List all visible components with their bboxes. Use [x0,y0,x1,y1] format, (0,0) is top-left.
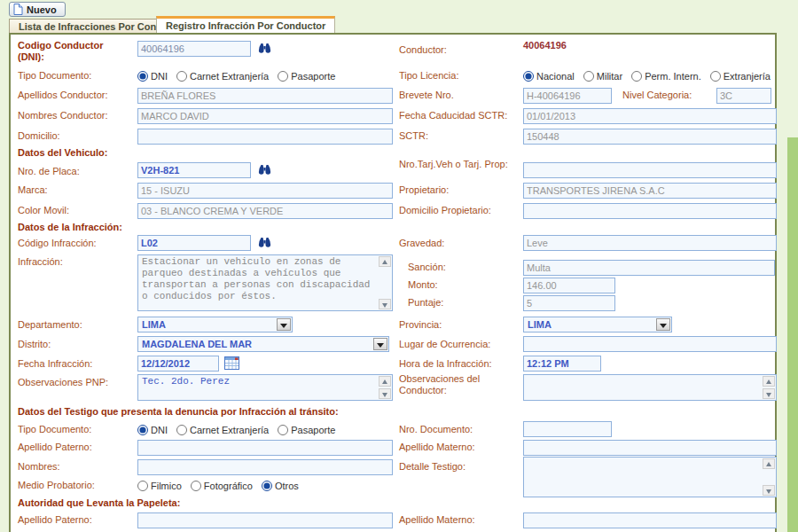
scroll-up-icon[interactable] [763,458,775,469]
scroll-up-icon[interactable] [763,376,775,387]
observaciones-pnp-textarea[interactable]: Tec. 2do. Perez [137,374,393,401]
radio-dni[interactable]: DNI [137,71,168,82]
testigo-apellido-materno-input[interactable] [523,440,777,456]
sancion-input[interactable] [523,260,775,276]
lugar-ocurrencia-input[interactable] [523,336,777,352]
calendar-icon[interactable] [224,356,239,370]
nuevo-button-label: Nuevo [27,4,57,15]
radio-testigo-pasaporte[interactable]: Pasaporte [278,425,335,435]
domicilio-input[interactable] [137,129,393,145]
testigo-apellido-paterno-label: Apellido Paterno: [18,442,92,453]
domicilio-propietario-label: Domicilio Propietario: [399,205,491,216]
radio-fotografico-input[interactable] [191,481,201,491]
radio-militar-input[interactable] [583,71,594,82]
tipo-documento-label: Tipo Documento: [18,70,91,82]
radio-carnet-extranjeria[interactable]: Carnet Extranjería [176,71,269,82]
radio-testigo-carnet[interactable]: Carnet Extranjería [176,425,269,435]
scroll-down-icon[interactable] [763,388,775,399]
fecha-caducidad-label: Fecha Caducidad SCTR: [399,110,507,121]
color-movil-input[interactable] [137,203,393,219]
lugar-ocurrencia-label: Lugar de Ocurrencia: [399,339,490,350]
radio-extranjeria-input[interactable] [710,71,721,82]
radio-pasaporte[interactable]: Pasaporte [278,71,335,82]
radio-testigo-carnet-input[interactable] [176,425,187,435]
infraccion-textarea[interactable]: Estacionar un vehiculo en zonas de parqu… [137,254,393,311]
radio-militar[interactable]: Militar [583,71,622,82]
radio-fotografico[interactable]: Fotográfico [191,481,253,491]
autoridad-apellido-paterno-input[interactable] [137,512,393,528]
scroll-down-icon[interactable] [763,485,775,496]
radio-testigo-dni-input[interactable] [137,425,148,435]
search-binoculars-icon[interactable] [257,237,272,249]
radio-otros[interactable]: Otros [262,481,299,491]
marca-input[interactable] [137,183,393,199]
detalle-testigo-text [528,458,760,496]
dropdown-arrow-icon[interactable] [373,338,387,350]
apellidos-conductor-input[interactable] [137,88,393,104]
nivel-categoria-input[interactable] [716,88,771,104]
monto-input[interactable] [523,278,615,293]
registro-infraccion-form: Codigo Conductor (DNI): Conductor: 40064… [9,33,777,532]
vehiculo-section-header: Datos del Vehiculo: [18,147,107,159]
radio-nacional-input[interactable] [523,71,534,82]
sctr-input[interactable] [523,129,777,145]
hora-infraccion-input[interactable] [523,356,601,372]
fecha-caducidad-input[interactable] [523,108,777,124]
radio-pasaporte-input[interactable] [278,71,288,82]
tarjeta-input[interactable] [523,162,777,178]
testigo-nombres-label: Nombres: [18,461,60,473]
radio-otros-input[interactable] [262,481,272,491]
nombres-conductor-input[interactable] [137,108,393,124]
codigo-infraccion-input[interactable] [137,235,251,251]
radio-testigo-dni[interactable]: DNI [137,425,168,435]
hora-infraccion-label: Hora de la Infracción: [399,358,492,370]
dropdown-arrow-icon[interactable] [277,318,291,331]
testigo-nombres-input[interactable] [137,459,393,475]
codigo-conductor-input[interactable] [137,41,251,57]
gravedad-input[interactable] [523,235,777,251]
propietario-input[interactable] [523,183,777,199]
scroll-up-icon[interactable] [379,376,391,387]
scroll-down-icon[interactable] [379,388,391,399]
placa-input[interactable] [137,162,251,178]
nro-documento-input[interactable] [523,421,612,437]
brevete-input[interactable] [523,88,612,104]
dropdown-arrow-icon[interactable] [656,318,670,331]
nuevo-button[interactable]: Nuevo [9,2,66,17]
radio-perm-intern[interactable]: Perm. Intern. [631,71,701,82]
radio-filmico-input[interactable] [137,481,148,491]
radio-extranjeria[interactable]: Extranjería [710,71,771,82]
observaciones-pnp-text: Tec. 2do. Perez [142,376,376,399]
testigo-apellido-paterno-input[interactable] [137,440,393,456]
tipo-licencia-label: Tipo Licencia: [399,70,458,82]
testigo-apellido-materno-label: Apellido Materno: [399,442,475,453]
propietario-label: Propietario: [399,184,449,196]
autoridad-apellido-materno-input[interactable] [523,512,777,528]
radio-testigo-pasaporte-input[interactable] [278,425,288,435]
medio-probatorio-radiogroup: Filmico Fotográfico Otros [137,479,299,492]
search-binoculars-icon[interactable] [257,164,272,176]
radio-nacional[interactable]: Nacional [523,71,575,82]
conductor-label: Conductor: [399,44,447,56]
brevete-label: Brevete Nro. [399,90,454,101]
testigo-tipo-documento-radiogroup: DNI Carnet Extranjería Pasaporte [137,423,335,436]
nombres-conductor-label: Nombres Conductor: [18,110,108,121]
radio-dni-input[interactable] [137,71,148,82]
distrito-select[interactable]: MAGDALENA DEL MAR [137,336,389,352]
fecha-infraccion-input[interactable] [137,356,219,372]
detalle-testigo-textarea[interactable] [523,457,777,497]
radio-perm-intern-input[interactable] [631,71,642,82]
domicilio-propietario-input[interactable] [523,203,777,219]
radio-carnet-input[interactable] [176,71,187,82]
observaciones-conductor-textarea[interactable] [523,374,777,401]
puntaje-input[interactable] [523,295,615,311]
puntaje-label: Puntaje: [408,297,443,309]
search-binoculars-icon[interactable] [257,43,272,55]
scroll-up-icon[interactable] [379,256,391,267]
departamento-select[interactable]: LIMA [137,317,293,332]
provincia-select[interactable]: LIMA [523,317,672,332]
radio-filmico[interactable]: Filmico [137,481,182,491]
fecha-infraccion-label: Fecha Infracción: [18,358,92,370]
autoridad-apellido-materno-label: Apellido Materno: [399,514,475,526]
scroll-down-icon[interactable] [379,299,391,309]
